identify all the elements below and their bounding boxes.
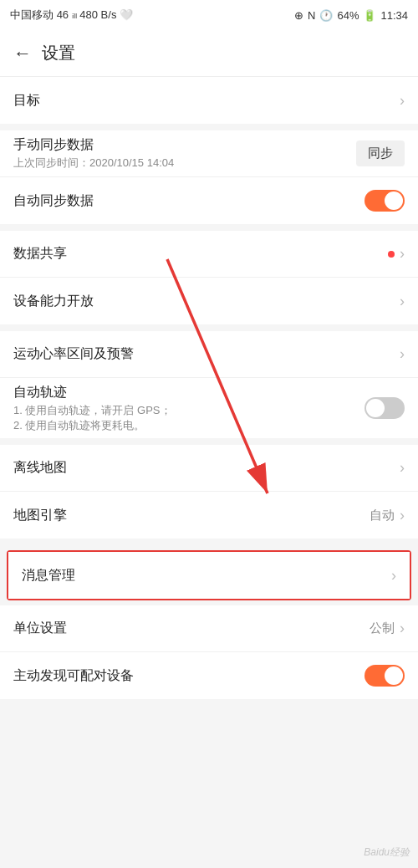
settings-content: 目标 › 手动同步数据 上次同步时间：2020/10/15 14:04 同步 自…	[0, 77, 418, 699]
section-data: 数据共享 › 设备能力开放 ›	[0, 231, 418, 324]
highlight-box: 消息管理 ›	[7, 550, 411, 600]
chevron-icon: ›	[400, 245, 405, 263]
chevron-icon: ›	[400, 459, 405, 477]
dot-indicator	[388, 251, 395, 258]
row-target[interactable]: 目标 ›	[0, 77, 418, 124]
status-bar: 中国移动 46 ᵢₗₗ 480 B/s 🤍 ⊕ N 🕐 64% 🔋 11:34	[0, 0, 418, 30]
row-device-cap[interactable]: 设备能力开放 ›	[0, 278, 418, 324]
section-units: 单位设置 公制 › 主动发现可配对设备	[0, 605, 418, 699]
row-map-engine[interactable]: 地图引擎 自动 ›	[0, 492, 418, 539]
chevron-icon: ›	[400, 507, 405, 524]
map-engine-value: 自动	[370, 508, 395, 523]
row-message-mgmt[interactable]: 消息管理 ›	[8, 552, 410, 599]
chevron-icon: ›	[400, 293, 405, 310]
page-title: 设置	[42, 42, 75, 64]
row-unit-setting[interactable]: 单位设置 公制 ›	[0, 605, 418, 652]
row-data-share[interactable]: 数据共享 ›	[0, 231, 418, 278]
row-auto-sync: 自动同步数据	[0, 177, 418, 224]
row-find-devices: 主动发现可配对设备	[0, 652, 418, 699]
back-button[interactable]: ←	[13, 43, 32, 64]
chevron-icon: ›	[400, 345, 405, 363]
find-devices-toggle[interactable]	[364, 665, 405, 687]
section-goals: 目标 ›	[0, 77, 418, 124]
unit-value: 公制	[370, 620, 395, 636]
chevron-icon: ›	[400, 620, 405, 637]
section-map: 离线地图 › 地图引擎 自动 ›	[0, 445, 418, 539]
sync-button[interactable]: 同步	[356, 140, 405, 166]
watermark: Baidu经验	[364, 845, 410, 860]
row-auto-track: 自动轨迹 1. 使用自动轨迹，请开启 GPS；2. 使用自动轨迹将更耗电。	[0, 378, 418, 438]
carrier-signal: 中国移动 46 ᵢₗₗ 480 B/s 🤍	[10, 8, 133, 23]
row-heart-zone[interactable]: 运动心率区间及预警 ›	[0, 331, 418, 378]
section-fitness: 运动心率区间及预警 › 自动轨迹 1. 使用自动轨迹，请开启 GPS；2. 使用…	[0, 331, 418, 438]
section-sync: 手动同步数据 上次同步时间：2020/10/15 14:04 同步 自动同步数据	[0, 130, 418, 224]
status-right: ⊕ N 🕐 64% 🔋 11:34	[294, 9, 408, 22]
header: ← 设置	[0, 30, 418, 77]
section-message: 消息管理 ›	[0, 545, 418, 605]
chevron-icon: ›	[400, 92, 405, 110]
auto-sync-toggle[interactable]	[364, 190, 405, 212]
auto-track-toggle[interactable]	[364, 397, 405, 419]
chevron-icon: ›	[391, 567, 396, 585]
row-manual-sync: 手动同步数据 上次同步时间：2020/10/15 14:04 同步	[0, 130, 418, 177]
row-offline-map[interactable]: 离线地图 ›	[0, 445, 418, 492]
